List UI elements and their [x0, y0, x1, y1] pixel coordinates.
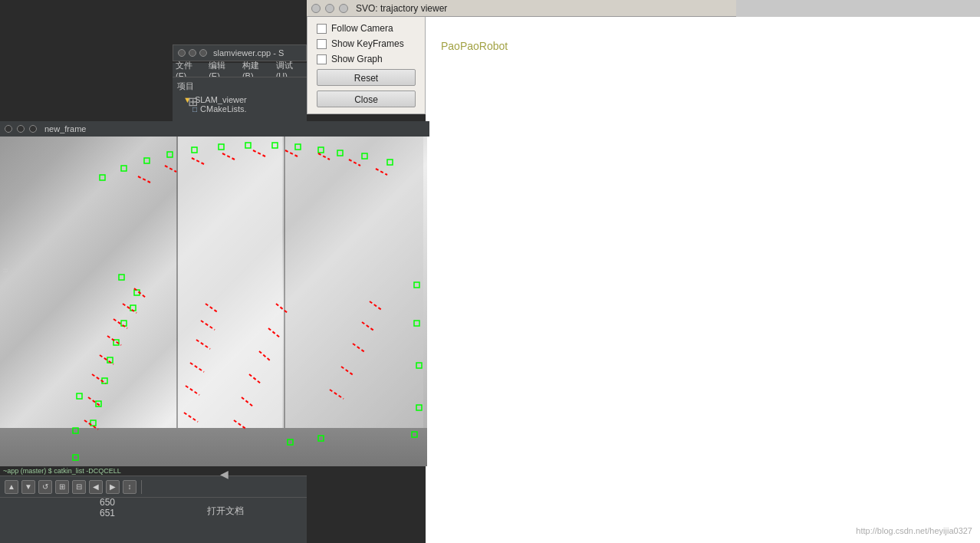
svg-rect-8 — [272, 143, 278, 148]
ide-title: slamviewer.cpp - S — [213, 48, 284, 58]
nf-dot-max[interactable] — [29, 125, 37, 133]
terminal-area: ~app (master) $ catkin_list -DCQCELL — [0, 466, 307, 476]
svg-rect-3 — [387, 160, 393, 165]
svg-rect-25 — [77, 393, 82, 399]
svo-title: SVO: trajactory viewer — [356, 3, 447, 14]
svg-line-57 — [222, 153, 235, 160]
terminal-text: ~app (master) $ catkin_list -DCQCELL — [3, 467, 121, 475]
toolbar-add-btn[interactable]: ⊞ — [55, 480, 69, 494]
svg-line-67 — [268, 328, 280, 337]
ide-dot-min[interactable] — [189, 49, 196, 57]
show-graph-row[interactable]: Show Graph — [317, 54, 416, 64]
svg-line-44 — [186, 386, 199, 395]
ide-dot-max[interactable] — [199, 49, 207, 57]
svg-rect-30 — [416, 363, 422, 368]
svg-rect-27 — [73, 455, 78, 460]
nf-dot-min[interactable] — [17, 125, 25, 133]
show-keyframes-row[interactable]: Show KeyFrames — [317, 38, 416, 49]
svg-line-66 — [259, 351, 270, 360]
svo-dot-min[interactable] — [325, 4, 334, 13]
svg-rect-26 — [73, 428, 78, 433]
svg-line-48 — [206, 304, 219, 313]
svo-titlebar: SVO: trajactory viewer — [307, 0, 736, 17]
svg-rect-5 — [337, 150, 343, 156]
svg-line-59 — [285, 150, 298, 156]
svg-rect-34 — [288, 439, 293, 445]
show-keyframes-label: Show KeyFrames — [331, 38, 404, 49]
svg-rect-33 — [318, 436, 324, 441]
svg-line-51 — [353, 344, 366, 353]
toolbar-down-btn[interactable]: ▼ — [21, 480, 35, 494]
toolbar-minus-btn[interactable]: ⊟ — [72, 480, 86, 494]
svg-line-60 — [318, 153, 330, 160]
svg-line-63 — [234, 420, 247, 429]
svg-rect-10 — [219, 144, 224, 150]
svg-line-36 — [88, 397, 101, 406]
follow-camera-row[interactable]: Follow Camera — [317, 23, 416, 34]
show-keyframes-checkbox[interactable] — [317, 39, 327, 49]
toolbar-extra-btn[interactable]: ↕ — [123, 480, 136, 494]
follow-camera-label: Follow Camera — [331, 23, 393, 34]
svg-line-50 — [341, 367, 354, 376]
svg-line-64 — [242, 397, 253, 406]
toolbar-right-btn[interactable]: ▶ — [106, 480, 120, 494]
show-graph-label: Show Graph — [331, 54, 383, 64]
watermark-text: http://blog.csdn.net/heyijia0327 — [856, 526, 972, 535]
ide-coordinates: 650 651 — [100, 497, 115, 518]
feature-points — [0, 137, 427, 466]
svg-rect-28 — [414, 282, 419, 288]
svg-line-55 — [165, 166, 176, 172]
newframe-title: new_frame — [44, 124, 86, 133]
reset-button[interactable]: Reset — [317, 69, 416, 86]
svg-line-62 — [376, 169, 387, 175]
svg-line-46 — [196, 340, 210, 349]
svg-rect-16 — [119, 275, 124, 280]
ide-open-file-btn[interactable]: 打开文档 — [207, 505, 244, 518]
follow-camera-checkbox[interactable] — [317, 24, 327, 34]
svg-rect-4 — [362, 153, 367, 159]
show-graph-checkbox[interactable] — [317, 54, 327, 64]
coord-x: 650 — [100, 497, 115, 508]
svg-line-52 — [362, 322, 375, 331]
svg-rect-11 — [192, 147, 197, 153]
scroll-left-btn[interactable]: ◀ — [220, 468, 229, 480]
svg-line-45 — [190, 363, 204, 372]
ide-menubar: 文件(F) 编辑(E) 构建(B) 调试(U) — [173, 63, 307, 77]
svg-rect-32 — [412, 432, 417, 437]
ide-project-label: 项目 — [177, 81, 302, 92]
left-edge-label: n — [2, 268, 10, 273]
svg-rect-7 — [295, 144, 301, 150]
ide-dot-close[interactable] — [178, 49, 186, 57]
svg-line-43 — [184, 413, 198, 422]
coord-y: 651 — [100, 508, 115, 518]
svg-line-65 — [249, 374, 261, 383]
project-folder-name: SLAM_viewer — [195, 95, 247, 104]
svg-line-61 — [349, 160, 360, 166]
apps-grid-icon: ⊞ — [188, 95, 198, 108]
svg-rect-13 — [144, 158, 150, 163]
svg-rect-29 — [414, 321, 419, 326]
svo-dot-max[interactable] — [339, 4, 348, 13]
nf-dot-close[interactable] — [5, 125, 12, 133]
svg-rect-9 — [245, 143, 251, 148]
toolbar-left-btn[interactable]: ◀ — [89, 480, 103, 494]
svo-controls-panel: Follow Camera Show KeyFrames Show Graph … — [307, 17, 426, 114]
svg-line-54 — [138, 176, 150, 183]
ide-bottom-panel: ▲ ▼ ↺ ⊞ ⊟ ◀ ▶ ↕ — [0, 476, 307, 543]
project-file-name: CMakeLists. — [200, 104, 247, 114]
toolbar-up-btn[interactable]: ▲ — [5, 480, 18, 494]
ide-toolbar: ▲ ▼ ↺ ⊞ ⊟ ◀ ▶ ↕ — [0, 476, 307, 498]
svg-line-37 — [92, 374, 106, 383]
toolbar-refresh-btn[interactable]: ↺ — [38, 480, 52, 494]
ide-apps-icon[interactable]: ⊞ — [188, 94, 198, 110]
svg-line-53 — [370, 301, 383, 311]
svg-line-47 — [201, 321, 215, 330]
svg-rect-12 — [167, 152, 173, 157]
svo-dot-close[interactable] — [311, 4, 321, 13]
close-button[interactable]: Close — [317, 90, 416, 107]
newframe-titlebar: new_frame — [0, 121, 429, 137]
svg-rect-31 — [416, 405, 422, 410]
svg-rect-15 — [100, 175, 105, 180]
camera-view — [0, 137, 427, 466]
svg-line-58 — [253, 150, 265, 156]
